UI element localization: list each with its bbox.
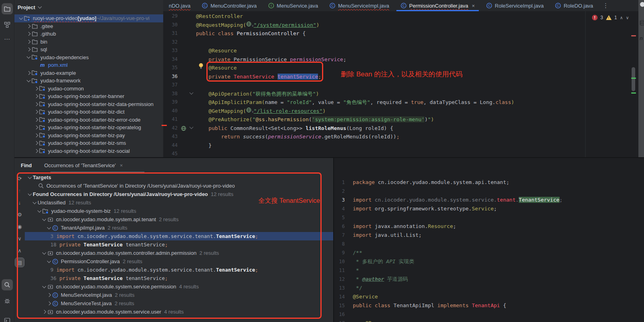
code-line[interactable]: 6import javax.annotation.Resource;: [334, 222, 644, 231]
code-line[interactable]: 13 */: [334, 284, 644, 292]
more-tool-windows-icon[interactable]: ⋯: [2, 34, 13, 45]
find-tree-row[interactable]: cn.iocoder.yudao.module.system.service.p…: [25, 282, 333, 291]
code-line[interactable]: 12 * @author 芋道源码: [334, 275, 644, 284]
project-folder-icon[interactable]: [2, 3, 13, 14]
code-line[interactable]: 40 @GetMapping(∨"/list-role-resources"): [163, 107, 644, 116]
editor-tab[interactable]: CRoleServiceImpl.java: [480, 0, 549, 11]
editor-tab[interactable]: CMenuServiceImpl.java: [324, 0, 395, 11]
url-globe-icon[interactable]: ∨: [246, 22, 254, 28]
close-icon[interactable]: ×: [472, 3, 475, 9]
find-tree-row[interactable]: Unclassified 12 results: [25, 198, 333, 207]
project-tree-row[interactable]: yudao-spring-boot-starter-biz-dict: [14, 108, 163, 116]
project-tree-row[interactable]: .github: [14, 30, 163, 38]
project-tree-row[interactable]: ruoyi-vue-pro-video [yudao] ~/Java/ruoyi…: [14, 14, 163, 22]
chevron-down-icon[interactable]: [41, 286, 47, 288]
project-tree-row[interactable]: yudao-spring-boot-starter-biz-social: [14, 147, 163, 155]
code-line[interactable]: 36 private TenantService tenantService;: [163, 72, 644, 81]
code-line[interactable]: 41 @PreAuthorize("@ss.hasPermission('sys…: [163, 115, 644, 124]
code-line[interactable]: 35 @Resource: [163, 64, 644, 72]
more-tabs-icon[interactable]: ⋮: [599, 0, 613, 11]
bug-icon[interactable]: [2, 295, 13, 306]
arrow-down-icon[interactable]: ↓: [15, 198, 24, 207]
chevron-down-icon[interactable]: [36, 210, 42, 212]
expand-all-icon[interactable]: ∨: [15, 234, 24, 243]
chevron-down-icon[interactable]: [46, 261, 52, 262]
project-tree-row[interactable]: yudao-spring-boot-starter-biz-sms: [14, 139, 163, 147]
chevron-right-icon[interactable]: [33, 103, 39, 106]
code-line[interactable]: 45: [163, 150, 644, 157]
code-line[interactable]: 34 private PermissionService permissionS…: [163, 55, 644, 64]
code-line[interactable]: 14@Service: [334, 292, 644, 301]
find-tree-row[interactable]: CMenuServiceImpl.java 2 results: [25, 291, 333, 299]
find-tree-row[interactable]: yudao-module-system-biz 12 results: [25, 207, 333, 215]
code-line[interactable]: 11 *: [334, 266, 644, 275]
project-tree-row[interactable]: yudao-dependencies: [14, 54, 163, 62]
editor-tab[interactable]: IMenuService.java: [262, 0, 324, 11]
chevron-right-icon[interactable]: [25, 48, 32, 51]
chevron-down-icon[interactable]: [26, 177, 33, 178]
find-result-row[interactable]: 9 import cn.iocoder.yudao.module.system.…: [25, 266, 333, 274]
find-tree-row[interactable]: cn.iocoder.yudao.module.system.service.u…: [25, 308, 333, 316]
find-tree-row[interactable]: CMenuServiceTest.java 2 results: [25, 299, 333, 308]
close-icon[interactable]: ×: [120, 162, 123, 168]
code-line[interactable]: 30@RequestMapping(∨"/system/permission"): [163, 21, 644, 30]
find-result-row[interactable]: 36 private TenantService tenantService;: [25, 274, 333, 282]
find-tree-row[interactable]: cn.iocoder.yudao.module.system.controlle…: [25, 249, 333, 257]
terminal-icon[interactable]: [2, 315, 13, 322]
chevron-right-icon[interactable]: [41, 310, 47, 313]
project-tree-row[interactable]: mpom.xml: [14, 61, 163, 69]
chevron-down-icon[interactable]: [41, 219, 47, 220]
chevron-right-icon[interactable]: [25, 72, 32, 74]
chevron-down-icon[interactable]: [31, 202, 38, 204]
code-line[interactable]: 7import java.util.List;: [334, 231, 644, 240]
code-line[interactable]: 39 @ApiImplicitParam(name = "roleId", va…: [163, 98, 644, 107]
collapse-all-icon[interactable]: ∧: [15, 246, 24, 255]
code-line[interactable]: 3import cn.iocoder.yudao.module.system.s…: [334, 196, 644, 204]
chevron-right-icon[interactable]: [33, 95, 39, 98]
find-results-tab[interactable]: Occurrences of 'TenantService': [44, 162, 116, 168]
code-editor[interactable]: 29@RestController30@RequestMapping(∨"/sy…: [163, 11, 644, 157]
code-line[interactable]: 1package cn.iocoder.yudao.module.system.…: [334, 178, 644, 187]
project-tree-row[interactable]: yudao-spring-boot-starter-biz-operatelog: [14, 124, 163, 132]
code-line[interactable]: 37: [163, 81, 644, 90]
code-line[interactable]: 31public class PermissionController {: [163, 29, 644, 38]
chevron-right-icon[interactable]: [33, 118, 39, 121]
maven-tool-icon[interactable]: n: [640, 35, 643, 41]
code-line[interactable]: 33 @Resource: [163, 46, 644, 55]
editor-scrollbar[interactable]: [632, 67, 635, 91]
code-line[interactable]: 5: [334, 213, 644, 222]
project-tree-row[interactable]: yudao-example: [14, 69, 163, 77]
project-panel-header[interactable]: Project: [14, 0, 163, 14]
project-tree-row[interactable]: bin: [14, 38, 163, 46]
next-problem-icon[interactable]: ∨: [626, 15, 629, 20]
find-result-row[interactable]: 18 private TenantService tenantService;: [25, 240, 333, 249]
structure-icon[interactable]: [2, 19, 13, 30]
project-tree-row[interactable]: yudao-spring-boot-starter-biz-error-code: [14, 116, 163, 124]
find-tree-row[interactable]: CPermissionController.java 2 results: [25, 257, 333, 266]
chevron-right-icon[interactable]: [25, 25, 32, 28]
code-line[interactable]: 32: [163, 38, 644, 47]
chevron-right-icon[interactable]: [46, 294, 52, 296]
code-line[interactable]: 29@RestController: [163, 12, 644, 21]
chevron-right-icon[interactable]: [33, 134, 39, 137]
project-tree-row[interactable]: yudao-framework: [14, 77, 163, 85]
project-tree-row[interactable]: .gitee: [14, 22, 163, 30]
project-tree-row[interactable]: sql: [14, 46, 163, 54]
url-globe-icon[interactable]: ∨: [246, 108, 254, 114]
editor-tab[interactable]: CMenuController.java: [196, 0, 262, 11]
code-line[interactable]: 4import org.springframework.stereotype.S…: [334, 204, 644, 213]
code-line[interactable]: 8: [334, 240, 644, 248]
arrow-up-icon[interactable]: ↑: [15, 186, 24, 195]
find-tree-row[interactable]: Found Occurrences in Directory /Users/yu…: [25, 190, 333, 198]
find-tree-row[interactable]: Occurrences of 'TenantService' in Direct…: [25, 182, 333, 190]
intention-bulb-icon[interactable]: [198, 63, 204, 70]
find-tree-row[interactable]: cn.iocoder.yudao.module.system.api.tenan…: [25, 215, 333, 224]
chevron-down-icon[interactable]: [18, 18, 24, 19]
editor-tab[interactable]: nDO.java: [163, 0, 196, 11]
preview-editor[interactable]: 1package cn.iocoder.yudao.module.system.…: [334, 158, 644, 322]
chevron-right-icon[interactable]: [25, 32, 32, 35]
fold-chevron-icon[interactable]: [190, 90, 194, 94]
preview-eye-icon[interactable]: ◉: [15, 222, 24, 231]
prev-problem-icon[interactable]: ∧: [620, 15, 623, 20]
database-icon[interactable]: [640, 20, 644, 27]
